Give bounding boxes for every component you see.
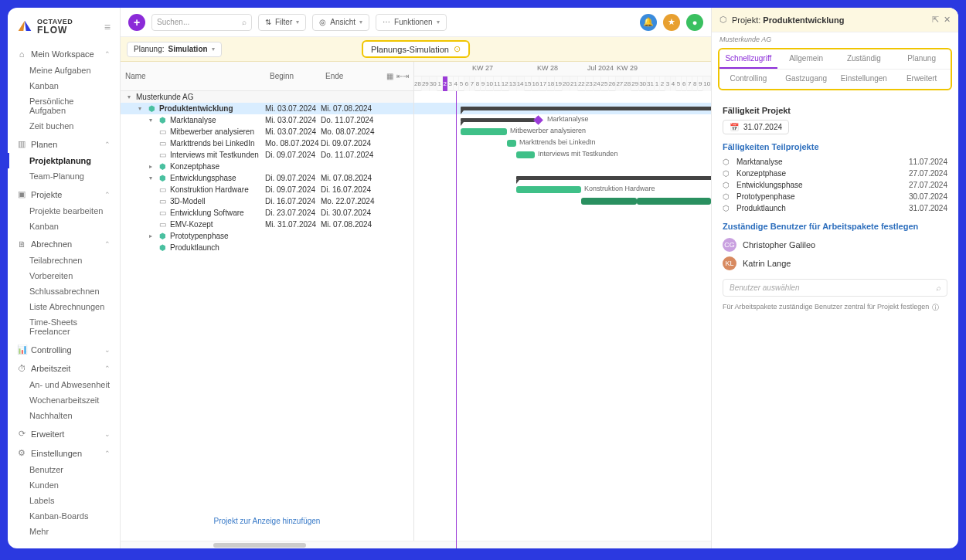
task-bar[interactable] (516, 151, 535, 158)
user-row[interactable]: CGChristopher Galileo (723, 236, 947, 254)
details-tab[interactable]: Einstellungen (835, 70, 893, 89)
nav-section-arbeitszeit[interactable]: ⏱Arbeitszeit⌃ (8, 360, 120, 377)
table-row[interactable]: ▾⬢MarktanalyseMi. 03.07.2024Do. 11.07.20… (121, 114, 413, 126)
nav-section-controlling[interactable]: 📊Controlling⌄ (8, 341, 120, 358)
info-icon[interactable]: ⓘ (932, 303, 939, 313)
table-row[interactable]: ▸⬢Prototypenphase (121, 230, 413, 242)
create-button[interactable]: + (128, 14, 145, 31)
nav-item[interactable]: Kanban-Boards (8, 508, 120, 524)
nav-item[interactable]: Meine Aufgaben (8, 63, 120, 78)
nav-item[interactable]: Schlussabrechnen (8, 283, 120, 299)
nav: ⌂Mein Workspace⌃Meine AufgabenKanbanPers… (8, 46, 120, 539)
nav-section-projekte[interactable]: ▣Projekte⌃ (8, 185, 120, 203)
subproject-row[interactable]: ⬡Marktanalyse11.07.2024 (723, 156, 947, 168)
task-bar[interactable] (516, 186, 581, 193)
horizontal-scrollbar[interactable] (121, 541, 711, 548)
milestone[interactable] (533, 115, 543, 125)
details-tab[interactable]: Gastzugang (777, 70, 835, 89)
nav-item[interactable]: Projektplanung (8, 153, 120, 168)
task-bar[interactable] (461, 128, 507, 135)
summary-bar[interactable] (461, 118, 535, 122)
functions-button[interactable]: ⋯Funktionen▾ (376, 14, 446, 31)
columns-icon[interactable]: ▦ (386, 72, 393, 80)
table-row[interactable]: ▾⬢ProduktentwicklungMi. 03.07.2024Mi. 07… (121, 103, 413, 114)
table-row[interactable]: ▭Konstruktion HardwareDi. 09.07.2024Di. … (121, 184, 413, 195)
table-row[interactable]: ▭3D-ModellDi. 16.07.2024Mo. 22.07.2024 (121, 195, 413, 207)
search-icon: ⌕ (936, 283, 940, 292)
expand-toggle[interactable]: ▸ (147, 163, 155, 170)
nav-section-planen[interactable]: ▥Planen⌃ (8, 135, 120, 153)
table-row[interactable]: ▾⬢EntwicklungsphaseDi. 09.07.2024Mi. 07.… (121, 172, 413, 184)
expand-toggle[interactable]: ▾ (136, 105, 144, 112)
table-row[interactable]: ▭Mitbewerber analysierenMi. 03.07.2024Mo… (121, 126, 413, 137)
nav-item[interactable]: Teilabrechnen (8, 253, 120, 268)
nav-item[interactable]: An- und Abwesenheit (8, 377, 120, 392)
nav-item[interactable]: Zeit buchen (8, 118, 120, 134)
nav-item[interactable]: Liste Abrechnungen (8, 299, 120, 314)
task-bar[interactable] (637, 198, 711, 205)
table-row[interactable]: ▸⬢Konzeptphase (121, 161, 413, 172)
due-date-input[interactable]: 📅31.07.2024 (723, 120, 789, 134)
details-tab[interactable]: Zuständig (835, 49, 893, 69)
nav-item[interactable]: Kanban (8, 219, 120, 234)
expand-toggle[interactable]: ▸ (147, 232, 155, 239)
nav-section-erweitert[interactable]: ⟳Erweitert⌄ (8, 425, 120, 443)
subproject-row[interactable]: ⬡Prototypenphase30.07.2024 (723, 191, 947, 202)
cube-icon: ⬡ (723, 204, 732, 212)
expand-toggle[interactable]: ▾ (147, 175, 155, 182)
details-tab[interactable]: Planung (893, 49, 951, 69)
details-tab[interactable]: Allgemein (777, 49, 835, 69)
expand-icon[interactable]: ⇤⇥ (396, 72, 409, 80)
help-button[interactable]: ★ (663, 14, 680, 31)
expand-toggle[interactable]: ▾ (147, 117, 155, 124)
nav-item[interactable]: Vorbereiten (8, 268, 120, 283)
subproject-row[interactable]: ⬡Entwicklungsphase27.07.2024 (723, 179, 947, 191)
sidebar-toggle-icon[interactable]: ≡ (104, 21, 111, 33)
nav-item[interactable]: Projekte bearbeiten (8, 203, 120, 219)
user-row[interactable]: KLKatrin Lange (723, 254, 947, 273)
notifications-button[interactable]: 🔔 (640, 14, 657, 31)
filter-button[interactable]: ⇅Filter▾ (258, 14, 306, 31)
nav-item[interactable]: Persönliche Aufgaben (8, 93, 120, 118)
close-icon[interactable]: ✕ (944, 15, 951, 25)
details-tab[interactable]: Schnellzugriff (719, 49, 777, 69)
nav-item[interactable]: Benutzer (8, 462, 120, 477)
nav-item[interactable]: Kanban (8, 78, 120, 93)
details-tab[interactable]: Erweitert (893, 70, 951, 89)
user-avatar-button[interactable]: ● (686, 14, 703, 31)
nav-section-workspace[interactable]: ⌂Mein Workspace⌃ (8, 46, 120, 63)
cube-icon: ⬢ (147, 104, 156, 113)
gantt-timeline[interactable]: KW 27KW 28Jul 2024KW 29 2829301234567891… (414, 62, 711, 548)
details-tab[interactable]: Controlling (719, 70, 777, 89)
view-button[interactable]: ◎Ansicht▾ (312, 14, 369, 31)
summary-bar[interactable] (516, 176, 711, 180)
task-bar[interactable] (507, 140, 516, 147)
summary-bar[interactable] (461, 107, 711, 110)
nav-section-abrechnen[interactable]: 🗎Abrechnen⌃ (8, 236, 120, 253)
table-row[interactable]: ▾Musterkunde AG (121, 91, 413, 103)
table-row[interactable]: ⬢Produktlaunch (121, 242, 413, 253)
nav-item[interactable]: Wochenarbeitszeit (8, 392, 120, 408)
planning-selector[interactable]: Planung:Simulation▾ (127, 42, 222, 57)
nav-section-einstellungen[interactable]: ⚙Einstellungen⌃ (8, 444, 120, 462)
app-window: OCTAVEDFLOW ≡ ⌂Mein Workspace⌃Meine Aufg… (8, 8, 958, 548)
cube-icon: ⬡ (723, 192, 732, 201)
user-search-input[interactable]: Benutzer auswählen⌕ (723, 279, 947, 297)
pin-icon[interactable]: ⇱ (932, 15, 939, 25)
expand-toggle[interactable]: ▾ (125, 93, 133, 100)
nav-item[interactable]: Nachhalten (8, 408, 120, 423)
search-input[interactable]: Suchen...⌕ (151, 14, 252, 31)
subproject-row[interactable]: ⬡Konzeptphase27.07.2024 (723, 168, 947, 179)
nav-item[interactable]: Labels (8, 493, 120, 508)
nav-item[interactable]: Time-Sheets Freelancer (8, 314, 120, 339)
nav-item[interactable]: Team-Planung (8, 168, 120, 184)
gantt-table: Name Beginn Ende ▦⇤⇥ ▾Musterkunde AG▾⬢Pr… (121, 62, 414, 548)
table-row[interactable]: ▭Interviews mit TestkundenDi. 09.07.2024… (121, 149, 413, 161)
table-row[interactable]: ▭Markttrends bei LinkedInMo. 08.07.2024D… (121, 137, 413, 149)
nav-item[interactable]: Mehr (8, 524, 120, 539)
table-row[interactable]: ▭EMV-KozeptMi. 31.07.2024Mi. 07.08.2024 (121, 219, 413, 230)
table-row[interactable]: ▭Entwicklung SoftwareDi. 23.07.2024Di. 3… (121, 207, 413, 219)
task-bar[interactable] (581, 198, 637, 205)
nav-item[interactable]: Kunden (8, 477, 120, 493)
subproject-row[interactable]: ⬡Produktlaunch31.07.2024 (723, 202, 947, 214)
